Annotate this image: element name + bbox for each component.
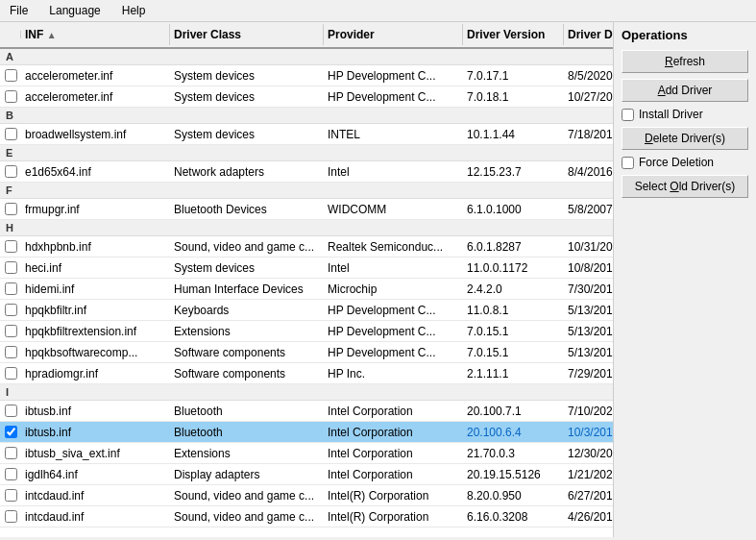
row-provider: Intel Corporation — [324, 403, 463, 420]
table-row[interactable]: ibtusb_siva_ext.infExtensionsIntel Corpo… — [0, 443, 613, 464]
row-checkbox-cell[interactable] — [0, 466, 21, 482]
delete-drivers-button[interactable]: Delete Driver(s) — [622, 127, 748, 150]
row-checkbox[interactable] — [5, 282, 17, 295]
row-provider: Microchip — [324, 281, 463, 298]
table-row[interactable]: hpqkbfiltr.infKeyboardsHP Development C.… — [0, 300, 613, 321]
row-checkbox[interactable] — [5, 510, 17, 523]
install-driver-checkbox[interactable] — [622, 109, 634, 121]
row-checkbox[interactable] — [5, 304, 17, 316]
refresh-button[interactable]: Refresh — [622, 50, 748, 73]
row-checkbox-cell[interactable] — [0, 238, 21, 255]
row-provider: HP Development C... — [324, 67, 463, 85]
table-row[interactable]: frmupgr.infBluetooth DevicesWIDCOMM6.1.0… — [0, 199, 613, 220]
row-driver-class: Network adapters — [170, 163, 324, 181]
row-checkbox[interactable] — [5, 325, 17, 337]
select-old-drivers-button[interactable]: Select Old Driver(s) — [622, 175, 748, 198]
row-checkbox-cell[interactable] — [0, 323, 21, 339]
section-label: F — [0, 183, 613, 199]
row-checkbox-cell[interactable] — [0, 508, 21, 525]
row-checkbox[interactable] — [5, 90, 17, 103]
row-driver-date: 7/29/2019 — [564, 365, 613, 382]
row-driver-class: Sound, video and game c... — [170, 238, 324, 256]
table-row[interactable]: accelerometer.infSystem devicesHP Develo… — [0, 65, 613, 86]
row-driver-class: Software components — [170, 365, 324, 382]
row-checkbox[interactable] — [5, 346, 17, 358]
row-provider: HP Development C... — [324, 88, 463, 106]
table-row[interactable]: hdxhpbnb.infSound, video and game c...Re… — [0, 236, 613, 258]
row-driver-class: Extensions — [170, 323, 324, 340]
row-checkbox-cell[interactable] — [0, 281, 21, 297]
row-checkbox-cell[interactable] — [0, 302, 21, 318]
row-checkbox[interactable] — [5, 69, 17, 82]
row-checkbox-cell[interactable] — [0, 487, 21, 503]
row-checkbox-cell[interactable] — [0, 201, 21, 217]
row-provider: INTEL — [324, 126, 463, 143]
row-checkbox-cell[interactable] — [0, 445, 21, 461]
table-row[interactable]: hidemi.infHuman Interface DevicesMicroch… — [0, 279, 613, 300]
row-checkbox-cell[interactable] — [0, 365, 21, 381]
table-row[interactable]: e1d65x64.infNetwork adaptersIntel12.15.2… — [0, 161, 613, 183]
force-deletion-label[interactable]: Force Deletion — [639, 156, 714, 169]
row-checkbox[interactable] — [5, 165, 17, 178]
row-driver-class: System devices — [170, 88, 324, 106]
table-row[interactable]: igdlh64.infDisplay adaptersIntel Corpora… — [0, 464, 613, 485]
install-driver-label[interactable]: Install Driver — [639, 108, 703, 121]
row-inf: intcdaud.inf — [21, 508, 170, 526]
row-driver-class: System devices — [170, 67, 324, 85]
table-row[interactable]: accelerometer.infSystem devicesHP Develo… — [0, 86, 613, 108]
row-provider: Intel Corporation — [324, 466, 463, 483]
menu-help[interactable]: Help — [116, 2, 152, 19]
menu-language[interactable]: Language — [43, 2, 106, 19]
row-checkbox-cell[interactable] — [0, 88, 21, 105]
add-driver-button[interactable]: Add Driver — [622, 79, 748, 102]
table-row[interactable]: heci.infSystem devicesIntel11.0.0.117210… — [0, 258, 613, 279]
row-provider: Intel(R) Corporation — [324, 508, 463, 526]
row-checkbox[interactable] — [5, 367, 17, 380]
row-inf: ibtusb.inf — [21, 403, 170, 420]
row-inf: intcdaud.inf — [21, 487, 170, 504]
row-checkbox[interactable] — [5, 426, 17, 438]
row-driver-class: Keyboards — [170, 302, 324, 319]
row-checkbox[interactable] — [5, 405, 17, 417]
row-driver-version: 20.100.6.4 — [463, 424, 564, 441]
row-inf: frmupgr.inf — [21, 201, 170, 218]
row-checkbox[interactable] — [5, 240, 17, 253]
row-provider: Intel — [324, 259, 463, 277]
row-inf: hdxhpbnb.inf — [21, 238, 170, 256]
row-checkbox[interactable] — [5, 128, 17, 140]
row-checkbox-cell[interactable] — [0, 403, 21, 419]
row-checkbox[interactable] — [5, 447, 17, 459]
row-checkbox[interactable] — [5, 203, 17, 215]
row-checkbox-cell[interactable] — [0, 163, 21, 180]
menu-file[interactable]: File — [4, 2, 34, 19]
table-area: INF ▲ Driver Class Provider Driver Versi… — [0, 22, 614, 537]
table-row[interactable]: intcdaud.infSound, video and game c...In… — [0, 506, 613, 528]
row-driver-class: Bluetooth — [170, 424, 324, 441]
row-checkbox[interactable] — [5, 261, 17, 274]
table-row[interactable]: hpqkbfiltrextension.infExtensionsHP Deve… — [0, 321, 613, 342]
row-inf: broadwellsystem.inf — [21, 126, 170, 143]
row-provider: HP Development C... — [324, 344, 463, 361]
row-driver-date: 5/13/2019 — [564, 323, 613, 340]
table-row[interactable]: broadwellsystem.infSystem devicesINTEL10… — [0, 124, 613, 145]
row-provider: Realtek Semiconduc... — [324, 238, 463, 256]
row-checkbox[interactable] — [5, 489, 17, 502]
row-checkbox-cell[interactable] — [0, 259, 21, 276]
row-checkbox-cell[interactable] — [0, 424, 21, 440]
table-row[interactable]: hpradiomgr.infSoftware componentsHP Inc.… — [0, 363, 613, 384]
row-driver-version: 2.1.11.1 — [463, 365, 564, 382]
row-checkbox-cell[interactable] — [0, 344, 21, 360]
row-driver-version: 6.1.0.1000 — [463, 201, 564, 218]
row-checkbox-cell[interactable] — [0, 126, 21, 142]
table-row[interactable]: ibtusb.infBluetoothIntel Corporation20.1… — [0, 422, 613, 443]
force-deletion-checkbox[interactable] — [622, 157, 634, 169]
row-checkbox-cell[interactable] — [0, 67, 21, 84]
section-label: A — [0, 49, 613, 65]
table-body[interactable]: Aaccelerometer.infSystem devicesHP Devel… — [0, 49, 613, 537]
table-row[interactable]: ibtusb.infBluetoothIntel Corporation20.1… — [0, 401, 613, 422]
table-row[interactable]: hpqkbsoftwarecomp...Software componentsH… — [0, 342, 613, 363]
col-header-provider: Provider — [324, 24, 463, 45]
table-row[interactable]: intcdaud.infSound, video and game c...In… — [0, 485, 613, 506]
row-checkbox[interactable] — [5, 468, 17, 480]
select-old-drivers-label: Select Old Driver(s) — [635, 180, 736, 193]
